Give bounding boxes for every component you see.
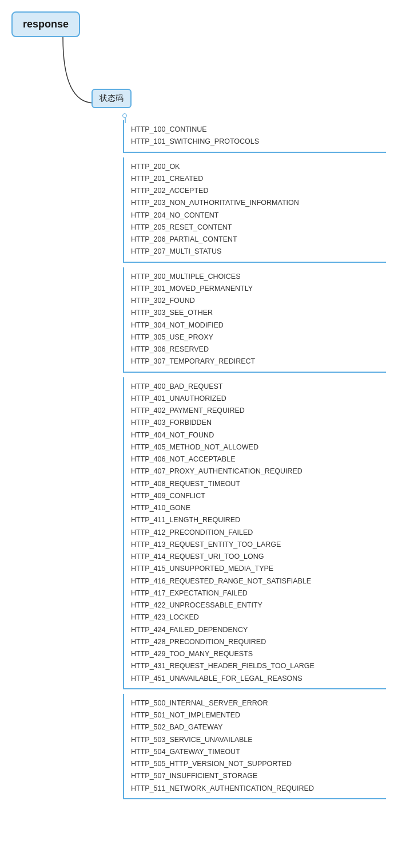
http-item: HTTP_207_MULTI_STATUS <box>131 246 386 258</box>
http-item: HTTP_204_NO_CONTENT <box>131 210 386 222</box>
http-item: HTTP_429_TOO_MANY_REQUESTS <box>131 648 386 660</box>
http-item: HTTP_411_LENGTH_REQUIRED <box>131 514 386 526</box>
response-node: response <box>11 11 80 37</box>
http-item: HTTP_408_REQUEST_TIMEOUT <box>131 478 386 490</box>
http-item: HTTP_202_ACCEPTED <box>131 185 386 197</box>
http-item: HTTP_503_SERVICE_UNAVAILABLE <box>131 734 386 746</box>
http-item: HTTP_422_UNPROCESSABLE_ENTITY <box>131 599 386 611</box>
http-item: HTTP_205_RESET_CONTENT <box>131 222 386 234</box>
http-item: HTTP_502_BAD_GATEWAY <box>131 721 386 733</box>
http-item: HTTP_401_UNAUTHORIZED <box>131 393 386 405</box>
http-group-5xx: HTTP_500_INTERNAL_SERVER_ERRORHTTP_501_N… <box>123 694 386 799</box>
http-item: HTTP_402_PAYMENT_REQUIRED <box>131 405 386 417</box>
http-item: HTTP_203_NON_AUTHORITATIVE_INFORMATION <box>131 197 386 209</box>
http-item: HTTP_100_CONTINUE <box>131 124 386 136</box>
http-item: HTTP_407_PROXY_AUTHENTICATION_REQUIRED <box>131 465 386 478</box>
http-item: HTTP_306_RESERVED <box>131 344 386 356</box>
http-item: HTTP_451_UNAVAILABLE_FOR_LEGAL_REASONS <box>131 673 386 685</box>
http-item: HTTP_300_MULTIPLE_CHOICES <box>131 271 386 283</box>
status-code-node: 状态码 <box>91 89 132 108</box>
http-item: HTTP_405_METHOD_NOT_ALLOWED <box>131 441 386 453</box>
http-item: HTTP_504_GATEWAY_TIMEOUT <box>131 746 386 758</box>
http-item: HTTP_303_SEE_OTHER <box>131 307 386 319</box>
http-item: HTTP_410_GONE <box>131 502 386 514</box>
http-item: HTTP_505_HTTP_VERSION_NOT_SUPPORTED <box>131 758 386 770</box>
connector-dot <box>122 113 127 118</box>
http-item: HTTP_501_NOT_IMPLEMENTED <box>131 709 386 721</box>
http-item: HTTP_413_REQUEST_ENTITY_TOO_LARGE <box>131 539 386 551</box>
http-item: HTTP_304_NOT_MODIFIED <box>131 319 386 332</box>
http-item: HTTP_500_INTERNAL_SERVER_ERROR <box>131 697 386 709</box>
http-group-4xx: HTTP_400_BAD_REQUESTHTTP_401_UNAUTHORIZE… <box>123 377 386 689</box>
http-item: HTTP_400_BAD_REQUEST <box>131 381 386 393</box>
http-item: HTTP_305_USE_PROXY <box>131 332 386 344</box>
http-item: HTTP_200_OK <box>131 161 386 173</box>
http-item: HTTP_507_INSUFFICIENT_STORAGE <box>131 770 386 782</box>
http-item: HTTP_307_TEMPORARY_REDIRECT <box>131 356 386 368</box>
http-item: HTTP_423_LOCKED <box>131 611 386 624</box>
http-item: HTTP_409_CONFLICT <box>131 490 386 502</box>
http-item: HTTP_416_REQUESTED_RANGE_NOT_SATISFIABLE <box>131 575 386 587</box>
http-item: HTTP_101_SWITCHING_PROTOCOLS <box>131 136 386 148</box>
http-item: HTTP_406_NOT_ACCEPTABLE <box>131 453 386 465</box>
http-item: HTTP_424_FAILED_DEPENDENCY <box>131 624 386 636</box>
groups-container: HTTP_100_CONTINUEHTTP_101_SWITCHING_PROT… <box>123 120 386 804</box>
http-group-3xx: HTTP_300_MULTIPLE_CHOICESHTTP_301_MOVED_… <box>123 267 386 373</box>
http-item: HTTP_206_PARTIAL_CONTENT <box>131 234 386 246</box>
http-item: HTTP_412_PRECONDITION_FAILED <box>131 527 386 539</box>
http-group-1xx: HTTP_100_CONTINUEHTTP_101_SWITCHING_PROT… <box>123 120 386 153</box>
http-item: HTTP_201_CREATED <box>131 173 386 185</box>
http-item: HTTP_431_REQUEST_HEADER_FIELDS_TOO_LARGE <box>131 660 386 672</box>
http-item: HTTP_404_NOT_FOUND <box>131 429 386 441</box>
http-item: HTTP_414_REQUEST_URI_TOO_LONG <box>131 551 386 563</box>
http-item: HTTP_302_FOUND <box>131 295 386 307</box>
http-group-2xx: HTTP_200_OKHTTP_201_CREATEDHTTP_202_ACCE… <box>123 157 386 263</box>
http-item: HTTP_415_UNSUPPORTED_MEDIA_TYPE <box>131 563 386 575</box>
http-item: HTTP_417_EXPECTATION_FAILED <box>131 587 386 599</box>
http-item: HTTP_403_FORBIDDEN <box>131 417 386 429</box>
http-item: HTTP_428_PRECONDITION_REQUIRED <box>131 636 386 648</box>
diagram-container: response 状态码 HTTP_100_CONTINUEHTTP_101_S… <box>0 0 394 868</box>
http-item: HTTP_301_MOVED_PERMANENTLY <box>131 283 386 295</box>
http-item: HTTP_511_NETWORK_AUTHENTICATION_REQUIRED <box>131 783 386 795</box>
